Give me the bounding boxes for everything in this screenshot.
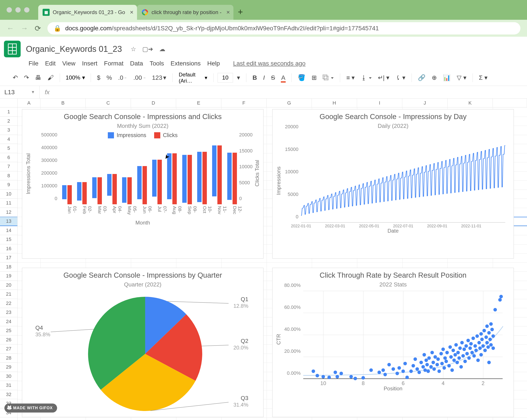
sheets-logo-icon[interactable] xyxy=(4,41,21,57)
column-header[interactable]: C xyxy=(86,99,131,107)
strikethrough-button[interactable]: S xyxy=(269,73,277,83)
row-header[interactable]: 4 xyxy=(0,135,17,144)
menu-extensions[interactable]: Extensions xyxy=(171,60,201,67)
row-header[interactable]: 7 xyxy=(0,162,17,171)
functions-button[interactable]: Σ ▾ xyxy=(477,72,490,83)
column-header[interactable]: G xyxy=(267,99,312,107)
reload-button[interactable]: ⟳ xyxy=(35,24,41,33)
row-header[interactable]: 27 xyxy=(0,344,17,354)
row-header[interactable]: 6 xyxy=(0,153,17,162)
column-header[interactable]: J xyxy=(402,99,448,107)
row-header[interactable]: 31 xyxy=(0,381,17,390)
row-header[interactable]: 9 xyxy=(0,180,17,189)
close-window-button[interactable] xyxy=(7,7,12,12)
row-header[interactable]: 14 xyxy=(0,226,17,235)
menu-tools[interactable]: Tools xyxy=(150,60,164,67)
name-box[interactable]: L13▼ xyxy=(0,86,40,99)
chevron-down-icon[interactable]: ▾ xyxy=(235,72,242,83)
row-header[interactable]: 23 xyxy=(0,308,17,317)
chart-impressions-quarter[interactable]: Google Search Console - Impressions by Q… xyxy=(22,268,264,417)
close-tab-icon[interactable]: × xyxy=(130,9,133,16)
decrease-decimal-button[interactable]: .0← xyxy=(116,73,129,83)
address-bar[interactable]: 🔒 docs.google.com/spreadsheets/d/1S2Q_yb… xyxy=(47,22,520,34)
cloud-status-icon[interactable]: ☁ xyxy=(159,45,165,53)
redo-button[interactable]: ↷ xyxy=(22,72,31,83)
close-tab-icon[interactable]: × xyxy=(226,9,230,16)
row-header[interactable]: 30 xyxy=(0,372,17,381)
row-header[interactable]: 8 xyxy=(0,171,17,181)
star-icon[interactable]: ☆ xyxy=(131,45,136,53)
row-header[interactable]: 3 xyxy=(0,126,17,135)
chart-ctr-position[interactable]: Click Through Rate by Search Result Posi… xyxy=(272,268,514,417)
row-header[interactable]: 13 xyxy=(0,217,17,226)
row-header[interactable]: 21 xyxy=(0,290,17,299)
document-title[interactable]: Organic_Keywords 01_23 xyxy=(26,44,122,54)
back-button[interactable]: ← xyxy=(7,24,14,33)
menu-edit[interactable]: Edit xyxy=(45,60,55,67)
chart-impressions-day[interactable]: Google Search Console - Impressions by D… xyxy=(272,109,514,259)
new-tab-button[interactable]: + xyxy=(238,7,243,17)
menu-insert[interactable]: Insert xyxy=(82,60,98,67)
row-header[interactable]: 25 xyxy=(0,326,17,335)
filter-button[interactable]: ▽ ▾ xyxy=(455,72,469,83)
row-header[interactable]: 20 xyxy=(0,281,17,290)
column-header[interactable]: K xyxy=(448,99,493,107)
spreadsheet-grid[interactable]: 1234567891011121314151617181920212223242… xyxy=(0,99,527,420)
row-header[interactable]: 29 xyxy=(0,363,17,372)
insert-chart-button[interactable]: 📊 xyxy=(441,72,453,83)
row-header[interactable]: 5 xyxy=(0,144,17,153)
text-wrap-button[interactable]: ↵| ▾ xyxy=(376,72,392,83)
row-header[interactable]: 1 xyxy=(0,107,17,117)
number-format-select[interactable]: 123 ▾ xyxy=(150,72,168,83)
zoom-select[interactable]: 100% ▾ xyxy=(64,73,87,82)
insert-comment-button[interactable]: ⊕ xyxy=(429,72,439,83)
minimize-window-button[interactable] xyxy=(15,7,21,12)
column-header[interactable]: I xyxy=(357,99,402,107)
column-header[interactable]: D xyxy=(131,99,176,107)
menu-data[interactable]: Data xyxy=(130,60,143,67)
row-header[interactable]: 11 xyxy=(0,199,17,208)
column-header[interactable]: F xyxy=(221,99,267,107)
browser-tab-active[interactable]: ▦ Organic_Keywords 01_23 - Go × xyxy=(38,5,137,20)
font-size-input[interactable]: 10 xyxy=(218,73,233,83)
formula-input[interactable] xyxy=(55,86,527,99)
menu-help[interactable]: Help xyxy=(207,60,220,67)
row-header[interactable]: 17 xyxy=(0,253,17,263)
row-header[interactable]: 28 xyxy=(0,354,17,363)
percent-format-button[interactable]: % xyxy=(104,73,114,83)
menu-format[interactable]: Format xyxy=(104,60,124,67)
currency-format-button[interactable]: $ xyxy=(95,73,103,83)
bold-button[interactable]: B xyxy=(250,73,259,83)
text-rotation-button[interactable]: ⤹ ▾ xyxy=(393,72,407,83)
print-button[interactable]: 🖶 xyxy=(33,72,44,83)
row-header[interactable]: 12 xyxy=(0,208,17,217)
column-header[interactable]: B xyxy=(40,99,86,107)
increase-decimal-button[interactable]: .00→ xyxy=(131,73,148,83)
column-header[interactable]: H xyxy=(312,99,357,107)
horizontal-align-button[interactable]: ≡ ▾ xyxy=(344,72,357,83)
browser-tab-inactive[interactable]: click through rate by position - × xyxy=(137,5,233,20)
paint-format-button[interactable]: 🖌 xyxy=(45,72,56,83)
italic-button[interactable]: I xyxy=(261,73,267,83)
row-header[interactable]: 32 xyxy=(0,390,17,399)
row-header[interactable]: 15 xyxy=(0,235,17,244)
row-header[interactable]: 24 xyxy=(0,317,17,326)
row-header[interactable]: 26 xyxy=(0,335,17,345)
column-header[interactable]: A xyxy=(18,99,40,107)
font-select[interactable]: Default (Ari…▾ xyxy=(176,70,209,85)
menu-view[interactable]: View xyxy=(62,60,75,67)
row-header[interactable]: 10 xyxy=(0,189,17,199)
text-color-button[interactable]: A xyxy=(279,73,288,83)
maximize-window-button[interactable] xyxy=(24,7,29,12)
move-icon[interactable]: ▢➜ xyxy=(142,45,153,53)
row-header[interactable]: 16 xyxy=(0,244,17,254)
merge-cells-button[interactable]: ⿻ ▾ xyxy=(321,72,336,83)
insert-link-button[interactable]: 🔗 xyxy=(416,72,428,83)
last-edit-link[interactable]: Last edit was seconds ago xyxy=(233,60,306,67)
fill-color-button[interactable]: 🪣 xyxy=(296,72,308,83)
select-all-corner[interactable] xyxy=(0,99,17,107)
column-header[interactable]: E xyxy=(176,99,221,107)
undo-button[interactable]: ↶ xyxy=(11,72,20,83)
vertical-align-button[interactable]: ⭳ ▾ xyxy=(359,72,374,83)
row-header[interactable]: 22 xyxy=(0,299,17,308)
